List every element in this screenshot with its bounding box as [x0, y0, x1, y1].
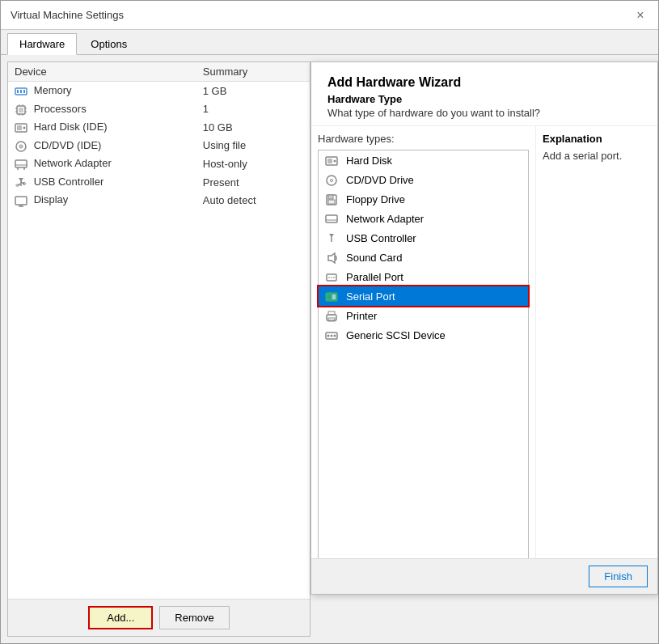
svg-point-37	[331, 179, 333, 181]
hdd-icon	[15, 121, 27, 134]
cdvdd-drive-icon	[325, 173, 338, 186]
left-buttons: Add... Remove	[8, 599, 310, 636]
explanation-panel: Explanation Add a serial port.	[536, 126, 657, 558]
svg-point-16	[23, 127, 26, 129]
svg-point-60	[331, 334, 333, 337]
generic-scsi-icon	[325, 328, 338, 341]
device-summary: Host-only	[196, 155, 310, 173]
svg-rect-20	[15, 160, 27, 167]
svg-rect-41	[326, 215, 337, 222]
svg-rect-40	[328, 200, 335, 204]
hard-disk-icon	[325, 154, 338, 167]
hw-list-item[interactable]: Printer	[319, 306, 528, 325]
svg-rect-1	[17, 90, 19, 93]
device-row[interactable]: Display Auto detect	[8, 191, 310, 210]
device-name: Network Adapter	[34, 157, 112, 169]
svg-point-61	[334, 334, 336, 337]
serial-port-icon	[325, 290, 338, 303]
main-window: Virtual Machine Settings × Hardware Opti…	[0, 0, 659, 644]
window-title: Virtual Machine Settings	[11, 9, 124, 21]
hw-item-label: Hard Disk	[346, 155, 392, 167]
hw-list-item[interactable]: Network Adapter	[319, 209, 528, 228]
device-summary: Using file	[196, 137, 310, 155]
usb-icon	[15, 176, 27, 189]
wizard-body: Hardware types: Hard Disk CD/DVD Drive F…	[311, 126, 657, 558]
sound-card-icon	[325, 251, 338, 264]
hw-item-label: Generic SCSI Device	[346, 329, 446, 341]
device-table: Device Summary Memory 1 GB Processors 1	[8, 62, 310, 599]
hw-list: Hard Disk CD/DVD Drive Floppy Drive Netw…	[318, 150, 529, 558]
tab-hardware[interactable]: Hardware	[7, 33, 77, 55]
content-area: Device Summary Memory 1 GB Processors 1	[1, 55, 658, 643]
left-panel: Device Summary Memory 1 GB Processors 1	[7, 61, 310, 637]
svg-rect-29	[16, 184, 19, 186]
hw-item-label: Network Adapter	[346, 213, 424, 225]
hw-list-item[interactable]: Sound Card	[319, 248, 528, 267]
device-row[interactable]: USB Controller Present	[8, 173, 310, 192]
svg-rect-39	[328, 195, 333, 199]
svg-marker-25	[19, 178, 23, 181]
device-name: Memory	[34, 84, 72, 96]
parallel-port-icon	[325, 270, 338, 283]
device-name: Hard Disk (IDE)	[34, 121, 108, 133]
hw-item-label: Printer	[346, 310, 377, 322]
device-name: Display	[34, 193, 69, 205]
explanation-title: Explanation	[543, 133, 651, 145]
hw-list-item[interactable]: Hard Disk	[319, 150, 528, 170]
usb-controller-icon	[325, 231, 338, 244]
svg-rect-34	[327, 159, 332, 163]
device-summary: 10 GB	[196, 118, 310, 137]
wizard-title: Add Hardware Wizard	[327, 75, 641, 90]
wizard-hw-type-title: Hardware Type	[327, 93, 641, 105]
device-summary: 1 GB	[196, 82, 310, 100]
svg-rect-51	[327, 294, 331, 299]
wizard-footer: Finish	[311, 558, 657, 594]
hw-item-label: Floppy Drive	[346, 193, 405, 205]
device-name: USB Controller	[34, 176, 104, 188]
finish-button[interactable]: Finish	[589, 566, 648, 587]
device-row[interactable]: Network Adapter Host-only	[8, 155, 310, 173]
remove-button[interactable]: Remove	[159, 606, 229, 629]
svg-point-19	[20, 146, 22, 147]
network-adapter-icon	[325, 212, 338, 225]
device-summary: Auto detect	[196, 191, 310, 210]
add-hardware-wizard: Add Hardware Wizard Hardware Type What t…	[310, 61, 658, 595]
hw-list-item[interactable]: CD/DVD Drive	[319, 170, 528, 189]
net-icon	[15, 158, 27, 171]
add-button[interactable]: Add...	[88, 606, 153, 629]
device-row[interactable]: Processors 1	[8, 100, 310, 119]
hw-item-label: Sound Card	[346, 252, 402, 264]
svg-point-36	[327, 176, 336, 185]
svg-rect-2	[20, 90, 22, 93]
svg-rect-30	[15, 197, 27, 205]
svg-rect-15	[17, 125, 22, 130]
hw-list-item[interactable]: Parallel Port	[319, 267, 528, 286]
hw-item-label: Serial Port	[346, 290, 395, 303]
svg-marker-45	[328, 253, 335, 263]
printer-icon	[325, 309, 338, 322]
wizard-header: Add Hardware Wizard Hardware Type What t…	[311, 62, 657, 126]
device-row[interactable]: CD/DVD (IDE) Using file	[8, 137, 310, 155]
hw-list-item[interactable]: Generic SCSI Device	[319, 325, 528, 345]
device-summary: Present	[196, 173, 310, 192]
svg-point-59	[327, 334, 330, 337]
tab-bar: Hardware Options	[1, 30, 658, 55]
device-name: Processors	[34, 103, 87, 115]
device-row[interactable]: Memory 1 GB	[8, 82, 310, 100]
col-summary: Summary	[196, 62, 310, 82]
hw-list-panel: Hardware types: Hard Disk CD/DVD Drive F…	[311, 126, 536, 558]
hw-list-item[interactable]: Serial Port	[319, 286, 528, 306]
hw-list-label: Hardware types:	[318, 133, 529, 145]
hw-list-item[interactable]: USB Controller	[319, 228, 528, 248]
col-device: Device	[8, 62, 196, 82]
device-row[interactable]: Hard Disk (IDE) 10 GB	[8, 118, 310, 137]
tab-options[interactable]: Options	[78, 33, 139, 54]
floppy-drive-icon	[325, 193, 338, 205]
device-name: CD/DVD (IDE)	[34, 139, 102, 151]
close-button[interactable]: ×	[632, 7, 648, 23]
svg-point-35	[334, 159, 336, 162]
display-icon	[15, 194, 27, 207]
hw-item-label: Parallel Port	[346, 271, 403, 283]
hw-list-item[interactable]: Floppy Drive	[319, 189, 528, 209]
memory-icon	[15, 85, 27, 98]
